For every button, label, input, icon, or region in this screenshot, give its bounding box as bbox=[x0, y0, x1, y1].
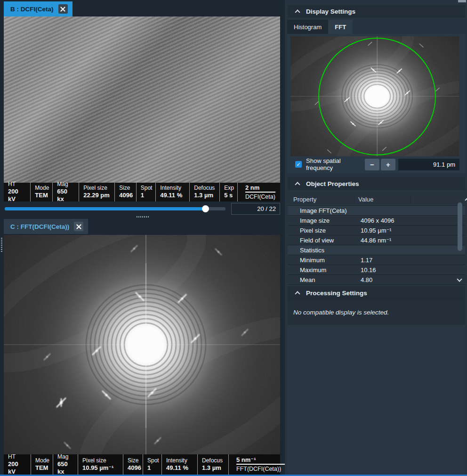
scrollbar-thumb[interactable] bbox=[458, 202, 462, 251]
processing-settings-title: Processing Settings bbox=[306, 290, 367, 297]
status-defocus: Defocus1.3 µm bbox=[190, 183, 220, 202]
close-icon[interactable] bbox=[74, 222, 83, 231]
object-properties-title: Object Properties bbox=[306, 180, 359, 187]
status-mag: Mag650 kx bbox=[53, 454, 78, 475]
frame-slider-row: 20 / 22 bbox=[4, 202, 280, 215]
status-ht: HT200 kV bbox=[4, 454, 31, 475]
close-icon[interactable] bbox=[58, 4, 68, 14]
panel-b-tabbar: B : DCFI(Ceta) bbox=[4, 1, 72, 16]
status-size: Size4096 bbox=[123, 454, 143, 475]
processing-settings-header[interactable]: Processing Settings bbox=[288, 286, 465, 299]
object-properties-table: Property Value Image FFT(Ceta) Image siz… bbox=[288, 193, 465, 285]
tab-histogram[interactable]: Histogram bbox=[287, 20, 328, 34]
fft-preview[interactable] bbox=[290, 36, 459, 156]
show-spatial-frequency-label: Show spatial frequency bbox=[306, 157, 363, 171]
status-spot: Spot1 bbox=[137, 183, 156, 202]
tab-image-b-label: B : DCFI(Ceta) bbox=[10, 6, 54, 13]
object-properties-header[interactable]: Object Properties bbox=[288, 177, 465, 190]
table-header-row: Property Value bbox=[288, 193, 465, 206]
vertical-splitter-handle[interactable] bbox=[1, 238, 2, 252]
velox-window: B : DCFI(Ceta) HT200 kV ModeTEM Mag650 k… bbox=[0, 0, 467, 476]
fft-image-c-viewport[interactable] bbox=[4, 235, 280, 454]
tab-image-c-label: C : FFT(DCFI(Ceta)) bbox=[10, 223, 69, 230]
table-row[interactable]: Image size4096 x 4096 bbox=[288, 216, 465, 226]
empty-panel-area bbox=[288, 325, 465, 473]
collapse-chevron-icon bbox=[295, 182, 300, 187]
table-row[interactable]: Statistics bbox=[288, 245, 465, 255]
status-defocus: Defocus1.3 µm bbox=[198, 454, 229, 475]
status-size: Size4096 bbox=[115, 183, 137, 202]
frame-counter[interactable]: 20 / 22 bbox=[231, 203, 280, 215]
settings-panel: Display Settings Histogram FFT bbox=[285, 0, 467, 475]
display-settings-title: Display Settings bbox=[306, 8, 355, 15]
table-row[interactable]: Maximum10.16 bbox=[288, 265, 465, 275]
fft-preview-image bbox=[290, 36, 459, 156]
display-settings-tabs: Histogram FFT bbox=[287, 20, 353, 34]
fft-image bbox=[4, 235, 280, 454]
frequency-value-field[interactable]: 91.1 pm bbox=[398, 159, 459, 170]
tab-image-c[interactable]: C : FFT(DCFI(Ceta)) bbox=[4, 219, 88, 234]
column-value: Value bbox=[354, 196, 373, 203]
panel-scrollbar-thumb[interactable] bbox=[458, 0, 466, 2]
table-row[interactable]: Pixel size10.95 µm⁻¹ bbox=[288, 226, 465, 235]
collapse-chevron-icon bbox=[295, 9, 300, 15]
status-exp: Exp5 s bbox=[220, 183, 238, 202]
status-spot: Spot1 bbox=[143, 454, 162, 475]
panel-c-tabbar: C : FFT(DCFI(Ceta)) bbox=[4, 219, 88, 234]
column-property: Property bbox=[288, 196, 354, 203]
display-settings-header[interactable]: Display Settings bbox=[288, 5, 465, 18]
status-intensity: Intensity49.11 % bbox=[156, 183, 190, 202]
fft-tab-pane: ✓ Show spatial frequency − + 91.1 pm bbox=[287, 34, 465, 173]
scale-bar-b: 2 nm DCFI(Ceta) bbox=[238, 183, 280, 202]
tem-image-b-viewport[interactable] bbox=[4, 16, 280, 183]
status-intensity: Intensity49.11 % bbox=[162, 454, 198, 475]
status-pixel-size: Pixel size10.95 µm⁻¹ bbox=[78, 454, 123, 475]
status-ht: HT200 kV bbox=[4, 183, 31, 202]
frequency-increase-button[interactable]: + bbox=[381, 159, 395, 170]
tem-lattice-image bbox=[4, 16, 280, 183]
tab-image-b[interactable]: B : DCFI(Ceta) bbox=[4, 1, 72, 16]
status-mode: ModeTEM bbox=[31, 183, 53, 202]
show-spatial-frequency-checkbox[interactable]: ✓ bbox=[295, 161, 302, 168]
tab-fft[interactable]: FFT bbox=[328, 20, 353, 34]
horizontal-splitter-handle[interactable] bbox=[137, 216, 150, 218]
table-row[interactable]: Minimum1.17 bbox=[288, 255, 465, 265]
table-row[interactable]: Image FFT(Ceta) bbox=[288, 206, 465, 216]
frequency-decrease-button[interactable]: − bbox=[365, 159, 379, 170]
status-mode: ModeTEM bbox=[31, 454, 53, 475]
table-row[interactable]: Field of view44.86 nm⁻¹ bbox=[288, 235, 465, 245]
table-scrollbar[interactable] bbox=[456, 193, 464, 285]
scroll-down-icon[interactable] bbox=[457, 276, 462, 282]
processing-settings-message: No compatible display is selected. bbox=[288, 299, 465, 325]
panel-c-statusbar: HT200 kV ModeTEM Mag650 kx Pixel size10.… bbox=[4, 454, 280, 475]
panel-b-statusbar: HT200 kV ModeTEM Mag650 kx Pixel size22.… bbox=[4, 183, 280, 202]
scroll-up-icon[interactable] bbox=[465, 197, 467, 202]
collapse-chevron-icon bbox=[295, 291, 300, 296]
table-row[interactable]: Mean4.80 bbox=[288, 275, 465, 285]
status-mag: Mag650 kx bbox=[53, 183, 79, 202]
frame-slider[interactable] bbox=[5, 207, 225, 210]
frame-slider-thumb[interactable] bbox=[202, 205, 209, 212]
spatial-frequency-row: ✓ Show spatial frequency − + 91.1 pm bbox=[290, 158, 459, 170]
status-pixel-size: Pixel size22.29 pm bbox=[79, 183, 115, 202]
